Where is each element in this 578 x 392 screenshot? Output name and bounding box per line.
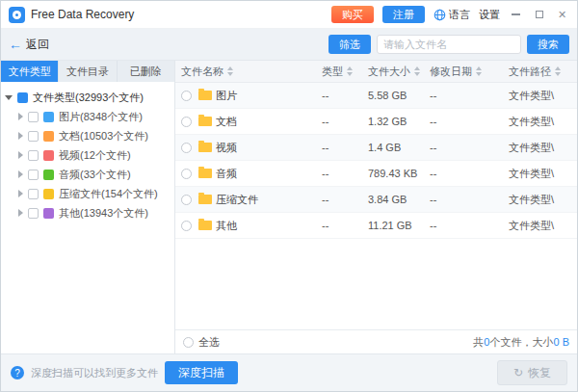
row-checkbox[interactable] bbox=[181, 143, 192, 153]
sort-icon[interactable] bbox=[555, 66, 562, 76]
row-checkbox[interactable] bbox=[181, 117, 192, 127]
select-all-checkbox[interactable] bbox=[183, 337, 194, 348]
sort-icon[interactable] bbox=[476, 66, 483, 76]
deep-scan-hint: 深度扫描可以找到更多文件 bbox=[31, 366, 158, 380]
archive-type-icon bbox=[43, 189, 54, 199]
tree-item-images[interactable]: 图片(8348个文件) bbox=[5, 107, 171, 126]
tab-file-type[interactable]: 文件类型 bbox=[1, 61, 59, 82]
expand-icon[interactable] bbox=[18, 170, 23, 178]
audio-type-icon bbox=[43, 170, 54, 180]
checkbox[interactable] bbox=[28, 150, 39, 161]
header-file-size[interactable]: 文件大小 bbox=[362, 65, 424, 79]
tab-file-directory[interactable]: 文件目录 bbox=[59, 61, 117, 82]
tree-item-documents[interactable]: 文档(10503个文件) bbox=[5, 126, 171, 145]
search-button[interactable]: 搜索 bbox=[527, 35, 569, 54]
titlebar-actions: 购买 注册 语言 设置 ✕ bbox=[331, 6, 569, 23]
checkbox[interactable] bbox=[28, 189, 39, 199]
table-header: 文件名称 类型 文件大小 修改日期 文件路径 bbox=[175, 61, 577, 83]
back-button[interactable]: ← 返回 bbox=[9, 37, 49, 53]
header-file-path[interactable]: 文件路径 bbox=[503, 65, 577, 79]
tree-item-label: 压缩文件(154个文件) bbox=[59, 187, 158, 201]
sort-icon[interactable] bbox=[227, 66, 234, 76]
recover-icon: ↻ bbox=[513, 366, 523, 379]
row-checkbox[interactable] bbox=[181, 169, 192, 179]
maximize-button[interactable] bbox=[532, 6, 546, 23]
header-modified-date[interactable]: 修改日期 bbox=[424, 65, 503, 79]
table-row[interactable]: 视频 -- 1.4 GB -- 文件类型\ bbox=[175, 135, 577, 161]
folder-icon bbox=[198, 169, 212, 178]
document-type-icon bbox=[43, 131, 54, 142]
help-icon[interactable]: ? bbox=[11, 366, 24, 379]
checkbox[interactable] bbox=[28, 170, 39, 180]
checkbox[interactable] bbox=[28, 112, 39, 122]
folder-icon bbox=[198, 143, 212, 152]
settings-button[interactable]: 设置 bbox=[479, 8, 500, 22]
tab-deleted[interactable]: 已删除 bbox=[118, 61, 174, 82]
header-file-name[interactable]: 文件名称 bbox=[175, 65, 316, 79]
tree-item-label: 其他(13943个文件) bbox=[59, 206, 148, 221]
expand-icon[interactable] bbox=[18, 209, 23, 217]
bottom-bar: ? 深度扫描可以找到更多文件 深度扫描 ↻ 恢复 bbox=[1, 353, 577, 391]
table-row[interactable]: 图片 -- 5.58 GB -- 文件类型\ bbox=[175, 83, 577, 109]
image-type-icon bbox=[43, 112, 54, 122]
app-title: Free Data Recovery bbox=[31, 8, 134, 21]
file-table: 文件名称 类型 文件大小 修改日期 文件路径 bbox=[175, 61, 577, 353]
header-type[interactable]: 类型 bbox=[316, 65, 362, 79]
table-body: 图片 -- 5.58 GB -- 文件类型\ 文档 -- 1.32 GB -- bbox=[175, 83, 577, 329]
back-arrow-icon: ← bbox=[9, 38, 22, 51]
video-type-icon bbox=[43, 150, 54, 161]
sort-icon[interactable] bbox=[347, 66, 354, 76]
tree-item-other[interactable]: 其他(13943个文件) bbox=[5, 203, 171, 222]
folder-icon bbox=[198, 195, 212, 204]
file-types-icon bbox=[17, 92, 28, 103]
tree-item-archives[interactable]: 压缩文件(154个文件) bbox=[5, 184, 171, 203]
collapse-icon[interactable] bbox=[5, 95, 13, 100]
row-checkbox[interactable] bbox=[181, 91, 192, 101]
toolbar: ← 返回 筛选 搜索 bbox=[1, 29, 577, 61]
tree-item-videos[interactable]: 视频(12个文件) bbox=[5, 145, 171, 165]
deep-scan-button[interactable]: 深度扫描 bbox=[165, 361, 238, 384]
maximize-icon bbox=[536, 11, 543, 18]
checkbox[interactable] bbox=[28, 208, 39, 219]
row-checkbox[interactable] bbox=[181, 221, 192, 231]
minimize-button[interactable] bbox=[509, 6, 523, 23]
buy-button[interactable]: 购买 bbox=[331, 6, 374, 23]
title-bar: Free Data Recovery 购买 注册 语言 设置 ✕ bbox=[1, 1, 577, 29]
expand-icon[interactable] bbox=[18, 151, 23, 159]
table-row[interactable]: 音频 -- 789.43 KB -- 文件类型\ bbox=[175, 161, 577, 187]
globe-icon bbox=[434, 9, 446, 21]
panel-tabs: 文件类型 文件目录 已删除 bbox=[1, 61, 174, 82]
minimize-icon bbox=[512, 13, 520, 15]
selection-summary: 共 0 个文件，大小 0 B bbox=[473, 335, 569, 350]
table-footer: 全选 共 0 个文件，大小 0 B bbox=[175, 329, 577, 353]
selected-size: 0 B bbox=[553, 336, 569, 348]
expand-icon[interactable] bbox=[18, 132, 23, 140]
tree-item-label: 音频(33个文件) bbox=[59, 168, 131, 182]
content-area: 文件类型 文件目录 已删除 文件类型(32993个文件) 图片(8348个文件) bbox=[1, 61, 577, 353]
tree-item-label: 图片(8348个文件) bbox=[59, 110, 143, 124]
table-row[interactable]: 文档 -- 1.32 GB -- 文件类型\ bbox=[175, 109, 577, 135]
row-checkbox[interactable] bbox=[181, 195, 192, 205]
language-label: 语言 bbox=[449, 8, 470, 22]
filter-button[interactable]: 筛选 bbox=[328, 35, 371, 54]
app-window: Free Data Recovery 购买 注册 语言 设置 ✕ ← 返回 筛选… bbox=[0, 0, 578, 392]
expand-icon[interactable] bbox=[18, 190, 23, 197]
expand-icon[interactable] bbox=[18, 113, 23, 120]
tree-item-label: 视频(12个文件) bbox=[59, 148, 131, 163]
close-button[interactable]: ✕ bbox=[555, 6, 569, 23]
table-row[interactable]: 压缩文件 -- 3.84 GB -- 文件类型\ bbox=[175, 187, 577, 213]
tree-root-label: 文件类型(32993个文件) bbox=[33, 91, 144, 105]
table-row[interactable]: 其他 -- 11.21 GB -- 文件类型\ bbox=[175, 213, 577, 239]
other-type-icon bbox=[43, 208, 54, 219]
close-icon: ✕ bbox=[558, 10, 566, 20]
recover-button[interactable]: ↻ 恢复 bbox=[497, 360, 567, 385]
language-button[interactable]: 语言 bbox=[434, 8, 470, 22]
tree-item-audio[interactable]: 音频(33个文件) bbox=[5, 165, 171, 184]
checkbox[interactable] bbox=[28, 131, 39, 142]
register-button[interactable]: 注册 bbox=[382, 6, 425, 23]
folder-icon bbox=[198, 117, 212, 126]
sort-icon[interactable] bbox=[414, 66, 421, 76]
app-logo-icon bbox=[9, 7, 25, 23]
search-input[interactable] bbox=[377, 35, 521, 54]
tree-root-file-types[interactable]: 文件类型(32993个文件) bbox=[5, 88, 171, 107]
